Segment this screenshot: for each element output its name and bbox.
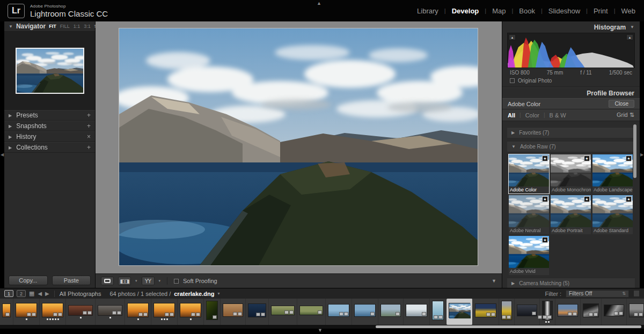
badge-icon[interactable] — [422, 312, 426, 316]
thumbnail-badges[interactable] — [318, 310, 322, 314]
badge-icon[interactable] — [339, 312, 343, 316]
module-tab-slideshow[interactable]: Slideshow — [547, 7, 581, 15]
star-favorite-icon[interactable]: ★ — [542, 155, 548, 161]
filmstrip-photo[interactable] — [627, 299, 644, 325]
badge-icon[interactable] — [284, 310, 289, 314]
filmstrip-photo[interactable] — [326, 299, 352, 325]
filmstrip-photo[interactable] — [515, 299, 540, 325]
badge-icon[interactable] — [543, 315, 547, 319]
panel-section-collections[interactable]: ▶Collections+ — [4, 142, 95, 153]
badge-icon[interactable] — [58, 313, 62, 316]
badge-icon[interactable] — [507, 315, 511, 319]
thumbnail-badges[interactable] — [233, 312, 242, 316]
profile-thumb-adobe-neutral[interactable]: ★Adobe Neutral — [509, 195, 549, 234]
profile-thumb-adobe-portrait[interactable]: ★Adobe Portrait — [551, 195, 591, 234]
thumbnail-badges[interactable] — [486, 313, 495, 316]
badge-icon[interactable] — [573, 312, 577, 316]
thumbnail-badges[interactable] — [434, 315, 443, 319]
module-tab-library[interactable]: Library — [416, 7, 440, 15]
filmstrip-photo[interactable] — [404, 299, 430, 325]
profile-thumb-adobe-monochrome[interactable]: ★Adobe Monochrome — [551, 154, 591, 194]
badge-icon[interactable] — [289, 310, 294, 314]
badge-icon[interactable] — [438, 315, 443, 319]
thumbnail-badges[interactable] — [213, 315, 217, 319]
badge-icon[interactable] — [396, 312, 400, 316]
badge-icon[interactable] — [614, 311, 618, 315]
badge-icon[interactable] — [170, 313, 174, 316]
monitor-2-button[interactable]: 2 — [17, 290, 26, 297]
badge-icon[interactable] — [191, 313, 195, 316]
zoom-mode-fill[interactable]: FILL — [60, 24, 70, 29]
badge-icon[interactable] — [213, 315, 217, 319]
section-action-icon[interactable]: × — [87, 133, 91, 140]
thumbnail-badges[interactable] — [538, 315, 552, 319]
thumbnail-badges[interactable] — [532, 311, 536, 315]
close-profile-browser-button[interactable]: Close — [609, 100, 634, 108]
paste-button[interactable]: Paste — [52, 276, 91, 285]
badge-icon[interactable] — [532, 311, 536, 315]
zoom-mode-fit[interactable]: FIT — [49, 24, 56, 29]
zoom-mode-3-1[interactable]: 3:1 — [84, 24, 91, 29]
histogram-graph[interactable]: ▲ ▲ — [507, 33, 635, 68]
filmstrip-photo[interactable] — [178, 299, 204, 325]
star-favorite-icon[interactable]: ★ — [584, 155, 590, 161]
thumbnail-badges[interactable] — [589, 313, 598, 316]
filmstrip-photo[interactable] — [555, 299, 581, 325]
collapse-top-panel-arrow[interactable]: ▲ — [317, 1, 321, 6]
filmstrip-photo[interactable] — [378, 299, 404, 325]
source-indicator[interactable]: All Photographs — [60, 291, 101, 297]
filmstrip-photo[interactable] — [66, 299, 96, 325]
filmstrip-photo-selected[interactable] — [447, 299, 473, 325]
filmstrip-photo[interactable] — [13, 299, 40, 325]
highlight-clipping-indicator[interactable]: ▲ — [626, 34, 633, 40]
thumbnail-badges[interactable] — [502, 315, 511, 319]
zoom-mode-1-1[interactable]: 1:1 — [74, 24, 80, 29]
original-photo-checkbox[interactable] — [510, 78, 515, 83]
badge-icon[interactable] — [594, 313, 598, 316]
module-tab-develop[interactable]: Develop — [451, 7, 480, 15]
profile-thumb-adobe-vivid[interactable]: ★Adobe Vivid — [509, 236, 549, 275]
thumbnail-badges[interactable] — [53, 313, 62, 316]
filmstrip-photo[interactable] — [151, 299, 178, 325]
split-view-dropdown-icon[interactable]: ▾ — [159, 279, 161, 283]
main-photo[interactable] — [119, 28, 478, 265]
badge-icon[interactable] — [344, 312, 348, 316]
panel-section-snapshots[interactable]: ▶Snapshots+ — [4, 121, 95, 131]
star-favorite-icon[interactable]: ★ — [626, 196, 632, 202]
badge-icon[interactable] — [619, 311, 623, 315]
badge-icon[interactable] — [32, 313, 36, 316]
navigator-header[interactable]: ▼ Navigator FITFILL1:13:1 ⇅ — [4, 21, 95, 32]
previous-photo-arrow[interactable]: ◀ — [38, 291, 42, 296]
filter-toggle-icon[interactable] — [633, 290, 640, 297]
copy-button[interactable]: Copy... — [9, 276, 48, 285]
profile-thumb-adobe-standard[interactable]: ★Adobe Standard — [592, 195, 633, 234]
filmstrip-photo[interactable] — [430, 299, 447, 325]
star-favorite-icon[interactable]: ★ — [584, 196, 590, 202]
profile-group-adobe-raw-7-[interactable]: ▼Adobe Raw (7) — [507, 141, 635, 152]
soft-proofing-checkbox[interactable] — [174, 279, 179, 284]
toolbar-collapse-arrow[interactable]: ▼ — [492, 278, 496, 284]
badge-icon[interactable] — [502, 315, 506, 319]
thumbnail-badges[interactable] — [83, 311, 92, 315]
badge-icon[interactable] — [5, 313, 10, 316]
panel-section-presets[interactable]: ▶Presets+ — [4, 110, 95, 121]
profile-tab-bw[interactable]: B & W — [550, 112, 566, 118]
selected-filename[interactable]: craterlake.dng — [174, 291, 214, 297]
badge-icon[interactable] — [112, 311, 116, 315]
before-after-button[interactable]: ◧◨ — [118, 277, 131, 285]
thumbnail-badges[interactable] — [370, 312, 375, 316]
thumbnail-badges[interactable] — [568, 312, 577, 316]
badge-icon[interactable] — [634, 313, 638, 316]
badge-icon[interactable] — [491, 313, 495, 316]
filmstrip-photo[interactable] — [499, 299, 515, 325]
badge-icon[interactable] — [233, 312, 237, 316]
loupe-view-button[interactable] — [101, 277, 114, 285]
thumbnail-badges[interactable] — [27, 313, 36, 316]
profile-group-favorites-7-[interactable]: ▶Favorites (7) — [507, 127, 635, 138]
filename-dropdown-icon[interactable]: ▾ — [217, 291, 219, 296]
filmstrip-photo[interactable] — [540, 299, 555, 325]
thumbnail-badges[interactable] — [396, 312, 400, 316]
grid-view-icon[interactable]: ▦ — [29, 290, 34, 297]
thumbnail-badges[interactable] — [339, 312, 348, 316]
thumbnail-badges[interactable] — [256, 313, 265, 316]
